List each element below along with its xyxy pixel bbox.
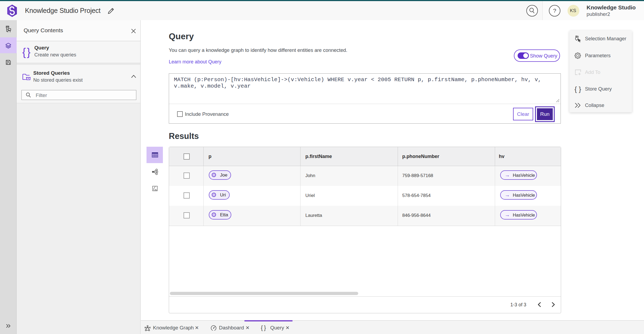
- svg-text:?: ?: [553, 8, 556, 14]
